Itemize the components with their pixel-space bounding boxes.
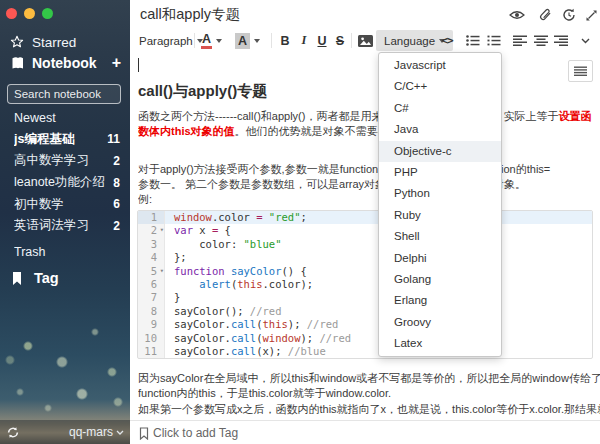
bold-button[interactable]: B	[276, 30, 294, 51]
language-option[interactable]: Latex	[379, 333, 501, 354]
language-option[interactable]: Python	[379, 183, 501, 204]
language-option[interactable]: C/C++	[379, 76, 501, 97]
chevron-down-icon	[581, 38, 590, 44]
line-number: 3	[138, 238, 165, 251]
insert-image-button[interactable]	[356, 30, 374, 51]
code-line: 5▾function sayColor() {	[138, 265, 592, 278]
fullscreen-expand-icon[interactable]	[582, 7, 600, 23]
text-cursor	[138, 58, 139, 72]
preview-eye-icon[interactable]	[508, 7, 526, 23]
sidebar-item[interactable]: 高中数学学习2	[0, 150, 130, 172]
search-notebook-input[interactable]	[7, 84, 121, 104]
paragraph-1: 函数之两个方法------call()和apply()，两者都是用来在特定的作用…	[138, 109, 600, 139]
sidebar-item-starred[interactable]: Starred	[0, 31, 130, 53]
line-number: 6	[138, 278, 165, 291]
code-block: 1window.color = "red";2▾var x = {3 color…	[137, 210, 593, 359]
line-number: 10	[138, 332, 165, 345]
language-option[interactable]: C#	[379, 98, 501, 119]
sidebar-item[interactable]: 初中数学6	[0, 193, 130, 215]
maximize-window-button[interactable]	[42, 8, 53, 19]
code-line: 6 alert(this.color);	[138, 278, 592, 291]
close-window-button[interactable]	[6, 8, 17, 19]
outline-toggle-button[interactable]	[568, 60, 593, 82]
paragraph-2: 对于apply()方法接受两个参数,参数一就是function的作用域，也就是把…	[138, 162, 600, 207]
notebook-name: 高中数学学习	[14, 152, 113, 169]
code-block-button[interactable]: <>	[437, 30, 457, 51]
notebook-list: Newestjs编程基础11高中数学学习2leanote功能介绍8初中数学6英语…	[0, 107, 130, 237]
code-line: 11sayColor.call(x); //blue	[138, 345, 592, 358]
add-tag-label: Click to add Tag	[153, 426, 238, 440]
sidebar-item[interactable]: Newest	[0, 107, 130, 129]
fold-toggle-icon[interactable]: ▾	[160, 265, 164, 278]
paragraph-style-button[interactable]: Paragraph	[135, 30, 207, 51]
line-number: 7	[138, 291, 165, 304]
language-option[interactable]: Erlang	[379, 290, 501, 311]
italic-button[interactable]: I	[295, 30, 313, 51]
language-option[interactable]: Shell	[379, 226, 501, 247]
bullet-list-button[interactable]	[464, 30, 482, 51]
language-option[interactable]: Delphi	[379, 248, 501, 269]
sync-button[interactable]	[6, 426, 20, 439]
caret-down-icon	[216, 39, 222, 43]
attachment-paperclip-icon[interactable]	[536, 7, 554, 23]
line-number: 11	[138, 345, 165, 358]
paragraph-style-label: Paragraph	[139, 35, 193, 47]
align-center-button[interactable]	[532, 30, 550, 51]
align-left-icon	[513, 35, 527, 46]
user-menu[interactable]: qq-mars	[69, 425, 124, 439]
note-count: 6	[113, 197, 120, 211]
note-count: 2	[113, 219, 120, 233]
editor-toolbar: Paragraph A A B I U S Language <>	[130, 28, 600, 55]
star-icon	[9, 35, 25, 49]
fold-toggle-icon[interactable]: ▾	[160, 224, 164, 237]
language-option[interactable]: Groovy	[379, 312, 501, 333]
sidebar-section-notebook[interactable]: Notebook +	[0, 52, 130, 74]
language-option[interactable]: Javascript	[379, 55, 501, 76]
line-number: 9	[138, 318, 165, 331]
language-option[interactable]: Objective-c	[379, 141, 501, 162]
align-right-button[interactable]	[552, 30, 570, 51]
sidebar-item[interactable]: 英语词法学习2	[0, 215, 130, 237]
note-count: 2	[113, 154, 120, 168]
sidebar-item[interactable]: leanote功能介绍8	[0, 172, 130, 194]
line-number: 4	[138, 251, 165, 264]
sidebar-item-trash[interactable]: Trash	[0, 241, 130, 263]
line-number: 8	[138, 305, 165, 318]
note-title[interactable]: call和apply专题	[140, 5, 240, 24]
background-color-button[interactable]: A	[235, 30, 260, 51]
notebook-name: 英语词法学习	[14, 217, 113, 234]
starred-label: Starred	[32, 35, 76, 50]
language-option[interactable]: Golang	[379, 269, 501, 290]
strikethrough-button[interactable]: S	[331, 30, 349, 51]
font-color-button[interactable]: A	[201, 30, 222, 51]
notebook-name: js编程基础	[14, 131, 107, 148]
add-notebook-button[interactable]: +	[112, 52, 121, 74]
line-number: 5▾	[138, 265, 165, 278]
language-option[interactable]: Java	[379, 119, 501, 140]
bullet-list-icon	[466, 35, 480, 46]
main-panel: call和apply专题 Paragraph A A	[130, 0, 600, 444]
notebook-header-label: Notebook	[32, 55, 97, 71]
more-tools-button[interactable]	[577, 30, 593, 51]
outline-menu-icon	[574, 66, 587, 77]
numbered-list-button[interactable]	[485, 30, 503, 51]
add-tag-button[interactable]: Click to add Tag	[139, 426, 238, 440]
background-color-label: A	[235, 33, 250, 49]
editor-content[interactable]: call()与apply()专题 函数之两个方法------call()和app…	[130, 54, 600, 420]
language-option[interactable]: Ruby	[379, 205, 501, 226]
language-option[interactable]: PHP	[379, 162, 501, 183]
align-right-icon	[554, 35, 568, 46]
underline-button[interactable]: U	[313, 30, 331, 51]
font-color-label: A	[201, 33, 212, 49]
history-icon[interactable]	[560, 7, 578, 23]
align-left-button[interactable]	[511, 30, 529, 51]
minimize-window-button[interactable]	[24, 8, 35, 19]
caret-down-icon	[254, 39, 260, 43]
sidebar-section-tag[interactable]: Tag	[0, 266, 130, 290]
sidebar: Starred Notebook + Newestjs编程基础11高中数学学习2…	[0, 0, 130, 444]
code-line: 2▾var x = {	[138, 224, 592, 237]
sidebar-item[interactable]: js编程基础11	[0, 129, 130, 151]
paragraph-4: 如果第一个参数写成x之后，函数内的this就指向了x，也就是说，this.col…	[138, 402, 600, 417]
bookmark-icon	[9, 271, 25, 286]
document-heading: call()与apply()专题	[138, 82, 600, 102]
